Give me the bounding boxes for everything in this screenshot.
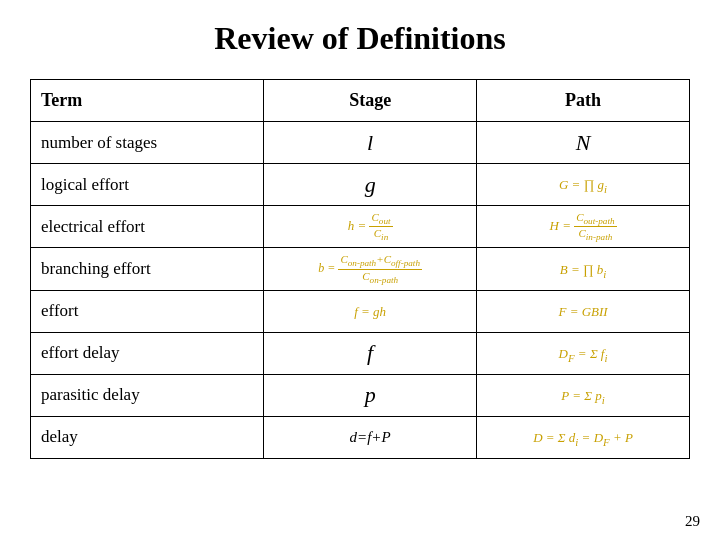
table-row: number of stages l N <box>31 122 690 164</box>
term-cell: effort <box>31 290 264 332</box>
table-row: electrical effort h = CoutCin H = Cout-p… <box>31 206 690 248</box>
page-number: 29 <box>685 513 700 530</box>
definitions-table: Term Stage Path number of stages l N log… <box>30 79 690 459</box>
stage-cell: b = Con-path+Coff-pathCon-path <box>264 248 477 290</box>
path-formula: D = Σ di = DF + P <box>533 430 633 445</box>
term-cell: branching effort <box>31 248 264 290</box>
stage-formula: h = CoutCin <box>348 218 393 233</box>
stage-cell: d=f+P <box>264 416 477 458</box>
path-cell: B = ∏ bi <box>477 248 690 290</box>
page-title: Review of Definitions <box>30 20 690 57</box>
term-cell: electrical effort <box>31 206 264 248</box>
stage-cell: g <box>264 164 477 206</box>
path-formula: P = Σ pi <box>561 388 604 403</box>
table-row: logical effort g G = ∏ gi <box>31 164 690 206</box>
term-cell: number of stages <box>31 122 264 164</box>
path-cell: G = ∏ gi <box>477 164 690 206</box>
stage-value: l <box>367 130 373 155</box>
stage-cell: p <box>264 374 477 416</box>
table-row: delay d=f+P D = Σ di = DF + P <box>31 416 690 458</box>
path-cell: N <box>477 122 690 164</box>
col-header-path: Path <box>477 80 690 122</box>
stage-cell: f = gh <box>264 290 477 332</box>
table-row: parasitic delay p P = Σ pi <box>31 374 690 416</box>
path-formula: G = ∏ gi <box>559 177 607 192</box>
stage-cell: f <box>264 332 477 374</box>
term-cell: delay <box>31 416 264 458</box>
col-header-term: Term <box>31 80 264 122</box>
path-formula: DF = Σ fi <box>559 346 608 361</box>
term-cell: parasitic delay <box>31 374 264 416</box>
stage-value: f <box>367 340 373 365</box>
path-formula: B = ∏ bi <box>560 262 607 277</box>
path-cell: P = Σ pi <box>477 374 690 416</box>
stage-value: p <box>365 382 376 407</box>
path-cell: D = Σ di = DF + P <box>477 416 690 458</box>
table-row: effort f = gh F = GBII <box>31 290 690 332</box>
path-cell: DF = Σ fi <box>477 332 690 374</box>
table-row: effort delay f DF = Σ fi <box>31 332 690 374</box>
stage-value: g <box>365 172 376 197</box>
term-cell: effort delay <box>31 332 264 374</box>
stage-formula: b = Con-path+Coff-pathCon-path <box>318 261 422 275</box>
stage-value: d=f+P <box>350 429 391 445</box>
stage-cell: h = CoutCin <box>264 206 477 248</box>
col-header-stage: Stage <box>264 80 477 122</box>
term-cell: logical effort <box>31 164 264 206</box>
path-formula: H = Cout-pathCin-path <box>550 218 617 233</box>
table-row: branching effort b = Con-path+Coff-pathC… <box>31 248 690 290</box>
stage-cell: l <box>264 122 477 164</box>
path-formula: F = GBII <box>558 304 607 319</box>
path-cell: H = Cout-pathCin-path <box>477 206 690 248</box>
stage-formula: f = gh <box>354 304 386 319</box>
path-cell: F = GBII <box>477 290 690 332</box>
path-value: N <box>576 130 591 155</box>
